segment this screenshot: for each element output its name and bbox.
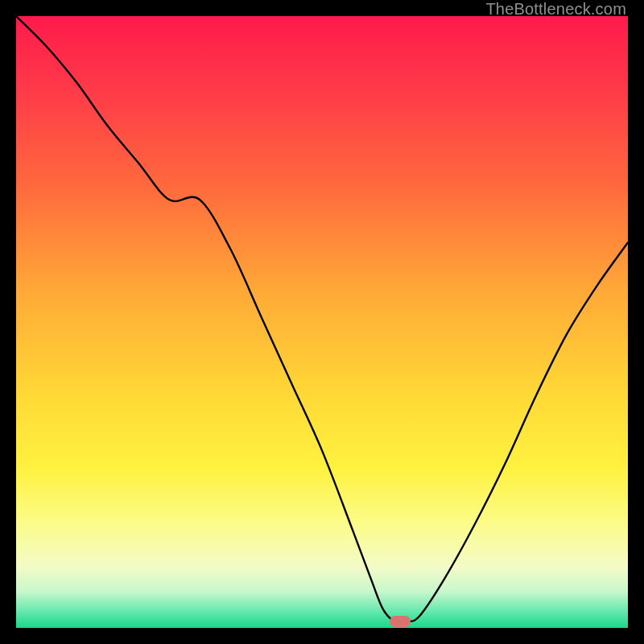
chart-frame: TheBottleneck.com: [0, 0, 644, 644]
plot-area: [16, 16, 628, 628]
optimal-marker: [390, 616, 411, 627]
background-gradient: [16, 16, 628, 628]
